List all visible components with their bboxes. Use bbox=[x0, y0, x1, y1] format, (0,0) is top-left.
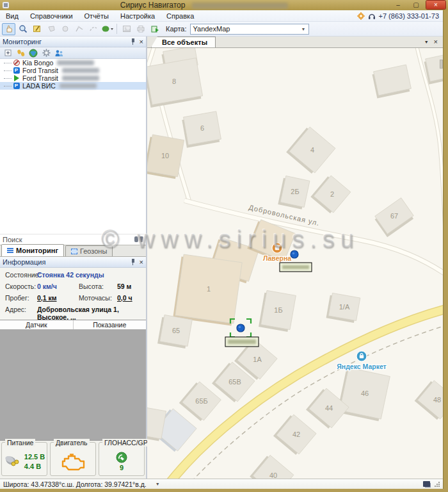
map-building: 1 bbox=[173, 254, 242, 326]
settings-gear-icon[interactable] bbox=[41, 48, 51, 58]
coordinates-readout: Широта: 43.47338°с.ш. Долгота: 39.97421°… bbox=[3, 480, 147, 488]
hours-value[interactable]: 0,0 ч bbox=[117, 294, 132, 302]
map-building: 4 bbox=[286, 126, 335, 175]
power-gauge: Питание 12.5 В 4.4 В bbox=[1, 442, 47, 476]
drivers-icon[interactable] bbox=[54, 48, 64, 58]
menu-vid[interactable]: Вид bbox=[0, 11, 24, 21]
vehicle-list: Kia Bongo P Ford Transit Ford Transit bbox=[0, 59, 146, 90]
map-building: 2 bbox=[310, 174, 351, 215]
map-tab-dropdown-icon[interactable]: ▼ bbox=[424, 40, 429, 44]
expand-all-icon[interactable] bbox=[3, 48, 13, 58]
speed-value: 0 км/ч bbox=[37, 283, 72, 290]
vehicle-row-kia-bongo[interactable]: Kia Bongo bbox=[0, 59, 146, 67]
window-title: Сириус Навигатор bbox=[120, 1, 288, 10]
map-building: 10 bbox=[147, 135, 184, 179]
geozone-color-button[interactable] bbox=[100, 23, 114, 35]
poi-label: Лаверна bbox=[263, 254, 291, 262]
redacted-plate bbox=[62, 68, 99, 73]
sensor-column-header[interactable]: Датчик bbox=[0, 320, 74, 329]
print-button[interactable] bbox=[134, 23, 147, 35]
map-provider-select[interactable]: YandexMap ▼ bbox=[190, 24, 309, 35]
vehicle-row-ford-transit-2[interactable]: Ford Transit bbox=[0, 74, 146, 82]
search-input[interactable] bbox=[22, 235, 134, 244]
building-number: 2 bbox=[330, 190, 334, 198]
vehicle-row-lada-vis[interactable]: P LADA ВИС bbox=[0, 82, 146, 90]
building-number: 1Б bbox=[274, 306, 282, 314]
power-plug-icon bbox=[4, 455, 20, 469]
vehicle-parked-icon: P bbox=[13, 67, 20, 74]
app-icon bbox=[3, 2, 9, 8]
satellite-icon bbox=[116, 452, 127, 463]
menu-spravochniki[interactable]: Справочники bbox=[24, 11, 79, 21]
redacted-marker-label bbox=[228, 340, 256, 344]
connection-status-icon bbox=[423, 481, 430, 487]
menu-spravka[interactable]: Справка bbox=[161, 11, 200, 21]
building-number: 67 bbox=[390, 212, 398, 220]
vehicle-list-empty-area bbox=[0, 90, 146, 234]
toolbar-separator bbox=[116, 24, 117, 34]
close-panel-icon[interactable]: × bbox=[140, 38, 143, 45]
menubar: Вид Справочники Отчёты Настройка Справка… bbox=[0, 10, 443, 22]
export-button[interactable] bbox=[148, 23, 161, 35]
support-phone: +7 (863) 333-01-73 bbox=[379, 12, 439, 20]
edit-map-button[interactable] bbox=[30, 23, 44, 35]
pan-tool-button[interactable] bbox=[2, 23, 15, 35]
menu-nastroika[interactable]: Настройка bbox=[115, 11, 161, 21]
save-image-button[interactable] bbox=[120, 23, 133, 35]
statusbar-dropdown-icon[interactable]: ▼ bbox=[156, 482, 160, 486]
toolbar: Карта: YandexMap ▼ bbox=[0, 22, 443, 37]
add-geozone-button[interactable] bbox=[44, 23, 58, 35]
pin-panel-icon[interactable] bbox=[131, 38, 136, 45]
move-geozone-button[interactable] bbox=[58, 23, 72, 35]
map-building: 1/А bbox=[326, 293, 360, 324]
tab-monitoring[interactable]: Мониторинг bbox=[1, 244, 64, 256]
resize-grip[interactable] bbox=[434, 481, 440, 487]
map-viewport[interactable]: 861042Б2671651Б1/А1А65В65Б4644484240 Доб… bbox=[147, 48, 443, 479]
address-label: Адрес: bbox=[5, 306, 37, 313]
map-building: 40 bbox=[250, 454, 294, 479]
tracks-icon[interactable] bbox=[15, 48, 26, 58]
map-tab-close-icon[interactable]: × bbox=[434, 38, 438, 45]
search-binoculars-icon[interactable] bbox=[134, 236, 143, 243]
vehicle-row-ford-transit-1[interactable]: P Ford Transit bbox=[0, 67, 146, 74]
redacted-marker-label bbox=[282, 265, 309, 269]
vehicle-marker-selected[interactable] bbox=[225, 319, 259, 347]
map-building: 6 bbox=[182, 111, 221, 148]
edit-polyline-button[interactable] bbox=[86, 23, 100, 35]
zoom-tool-button[interactable] bbox=[16, 23, 29, 35]
mileage-value[interactable]: 0,1 км bbox=[37, 294, 72, 302]
building-number: 6 bbox=[200, 124, 204, 132]
map-building: 1Б bbox=[259, 290, 296, 332]
building-number: 10 bbox=[161, 152, 169, 160]
pin-panel-icon[interactable] bbox=[131, 259, 136, 265]
vehicle-list-toolbar bbox=[0, 47, 146, 59]
close-panel-icon[interactable]: × bbox=[140, 259, 143, 266]
redacted-plate bbox=[62, 76, 99, 81]
monitoring-panel: Мониторинг × bbox=[0, 37, 147, 479]
poi-label: Яндекс Маркет bbox=[337, 363, 387, 370]
headset-icon bbox=[368, 12, 376, 20]
value-column-header[interactable]: Показание bbox=[74, 320, 147, 329]
map-tabbar: Все объекты ▼ × bbox=[147, 37, 443, 48]
maximize-button[interactable]: ▢ bbox=[408, 1, 424, 9]
redacted-plate bbox=[57, 60, 94, 65]
edit-polygon-button[interactable] bbox=[72, 23, 86, 35]
search-label: Поиск bbox=[3, 236, 22, 243]
map-scrollbar-stub[interactable] bbox=[440, 60, 443, 69]
map-building: 2Б bbox=[278, 176, 310, 210]
power-voltage-main: 12.5 В bbox=[24, 453, 45, 461]
tree-line bbox=[4, 70, 12, 71]
menu-otchety[interactable]: Отчёты bbox=[79, 11, 115, 21]
show-on-map-globe-icon[interactable] bbox=[28, 48, 38, 58]
map-tab-all-objects[interactable]: Все объекты bbox=[151, 37, 216, 47]
redacted-plate bbox=[60, 83, 97, 88]
power-legend: Питание bbox=[5, 439, 35, 447]
engine-legend: Двигатель bbox=[54, 439, 90, 447]
minimize-button[interactable]: – bbox=[390, 1, 406, 9]
close-button[interactable]: × bbox=[426, 1, 445, 9]
power-voltage-backup: 4.4 В bbox=[24, 463, 45, 470]
engine-icon bbox=[60, 452, 86, 472]
tab-geozones[interactable]: Геозоны bbox=[65, 245, 113, 256]
gps-gauge: ГЛОНАСС/GPS 9 bbox=[99, 442, 145, 476]
hours-label: Моточасы: bbox=[79, 294, 117, 302]
